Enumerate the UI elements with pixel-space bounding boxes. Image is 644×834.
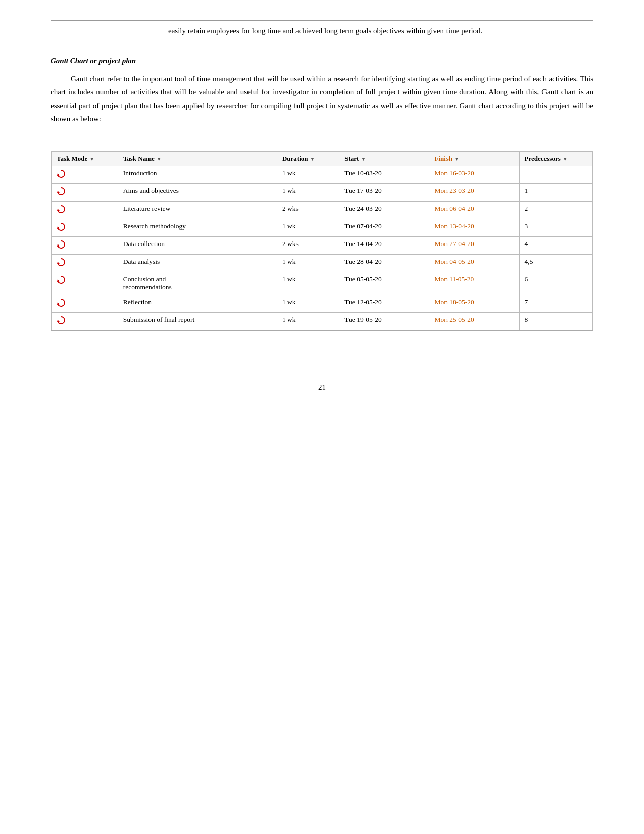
gantt-cell-name: Research methodology bbox=[118, 219, 277, 237]
gantt-row: Aims and objectives1 wkTue 17-03-20Mon 2… bbox=[52, 184, 593, 202]
task-mode-icon bbox=[57, 275, 66, 286]
svg-marker-7 bbox=[57, 302, 60, 305]
gantt-row: Research methodology1 wkTue 07-04-20Mon … bbox=[52, 219, 593, 237]
gantt-cell-start: Tue 07-04-20 bbox=[339, 219, 429, 237]
gantt-cell-duration: 1 wk bbox=[277, 272, 339, 295]
gantt-row: Literature review2 wksTue 24-03-20Mon 06… bbox=[52, 202, 593, 219]
task-mode-icon bbox=[57, 240, 66, 251]
gantt-cell-finish: Mon 25-05-20 bbox=[429, 313, 519, 330]
gantt-cell-finish: Mon 06-04-20 bbox=[429, 202, 519, 219]
gantt-cell-start: Tue 05-05-20 bbox=[339, 272, 429, 295]
gantt-cell-start: Tue 14-04-20 bbox=[339, 237, 429, 255]
gantt-cell-name: Reflection bbox=[118, 295, 277, 313]
gantt-cell-predecessors: 7 bbox=[519, 295, 592, 313]
dropdown-arrow-predecessors[interactable]: ▼ bbox=[563, 156, 568, 162]
gantt-cell-mode bbox=[52, 202, 118, 219]
gantt-cell-finish: Mon 27-04-20 bbox=[429, 237, 519, 255]
gantt-cell-mode bbox=[52, 255, 118, 272]
gantt-cell-finish: Mon 13-04-20 bbox=[429, 219, 519, 237]
gantt-cell-mode bbox=[52, 219, 118, 237]
task-mode-icon bbox=[57, 316, 66, 327]
gantt-cell-start: Tue 24-03-20 bbox=[339, 202, 429, 219]
gantt-header-row: Task Mode ▼ Task Name ▼ Duration ▼ bbox=[52, 152, 593, 166]
gantt-cell-duration: 1 wk bbox=[277, 184, 339, 202]
gantt-cell-predecessors: 6 bbox=[519, 272, 592, 295]
gantt-cell-predecessors: 1 bbox=[519, 184, 592, 202]
top-table-right-cell: easily retain employees for long time an… bbox=[162, 21, 593, 41]
gantt-cell-predecessors: 4 bbox=[519, 237, 592, 255]
dropdown-arrow-start[interactable]: ▼ bbox=[361, 156, 366, 162]
gantt-cell-mode bbox=[52, 184, 118, 202]
gantt-cell-duration: 1 wk bbox=[277, 313, 339, 330]
section-heading: Gantt Chart or project plan bbox=[51, 57, 593, 65]
gantt-cell-start: Tue 12-05-20 bbox=[339, 295, 429, 313]
gantt-cell-predecessors: 3 bbox=[519, 219, 592, 237]
gantt-cell-predecessors: 4,5 bbox=[519, 255, 592, 272]
dropdown-arrow-mode[interactable]: ▼ bbox=[89, 156, 94, 162]
task-mode-icon bbox=[57, 169, 66, 180]
gantt-cell-start: Tue 28-04-20 bbox=[339, 255, 429, 272]
gantt-row: Data analysis1 wkTue 28-04-20Mon 04-05-2… bbox=[52, 255, 593, 272]
gantt-row: Data collection2 wksTue 14-04-20Mon 27-0… bbox=[52, 237, 593, 255]
gantt-cell-start: Tue 17-03-20 bbox=[339, 184, 429, 202]
gantt-cell-duration: 1 wk bbox=[277, 219, 339, 237]
svg-marker-5 bbox=[57, 262, 60, 264]
gantt-cell-name: Submission of final report bbox=[118, 313, 277, 330]
gantt-chart-table: Task Mode ▼ Task Name ▼ Duration ▼ bbox=[51, 151, 593, 331]
gantt-cell-duration: 1 wk bbox=[277, 255, 339, 272]
gantt-cell-name: Introduction bbox=[118, 166, 277, 184]
gantt-cell-start: Tue 19-05-20 bbox=[339, 313, 429, 330]
page-number: 21 bbox=[51, 383, 593, 392]
gantt-cell-duration: 1 wk bbox=[277, 166, 339, 184]
gantt-cell-finish: Mon 16-03-20 bbox=[429, 166, 519, 184]
top-table: easily retain employees for long time an… bbox=[51, 20, 593, 41]
gantt-row: Submission of final report1 wkTue 19-05-… bbox=[52, 313, 593, 330]
col-header-name[interactable]: Task Name ▼ bbox=[118, 152, 277, 166]
gantt-cell-finish: Mon 11-05-20 bbox=[429, 272, 519, 295]
top-table-left-cell bbox=[51, 21, 162, 41]
svg-marker-3 bbox=[57, 226, 60, 229]
gantt-cell-finish: Mon 04-05-20 bbox=[429, 255, 519, 272]
col-header-finish[interactable]: Finish ▼ bbox=[429, 152, 519, 166]
col-header-predecessors[interactable]: Predecessors ▼ bbox=[519, 152, 592, 166]
dropdown-arrow-finish[interactable]: ▼ bbox=[454, 156, 459, 162]
svg-marker-6 bbox=[57, 279, 60, 282]
col-header-start[interactable]: Start ▼ bbox=[339, 152, 429, 166]
dropdown-arrow-name[interactable]: ▼ bbox=[157, 156, 162, 162]
gantt-cell-finish: Mon 23-03-20 bbox=[429, 184, 519, 202]
col-header-mode[interactable]: Task Mode ▼ bbox=[52, 152, 118, 166]
gantt-cell-name: Literature review bbox=[118, 202, 277, 219]
dropdown-arrow-duration[interactable]: ▼ bbox=[310, 156, 315, 162]
svg-marker-8 bbox=[57, 320, 60, 322]
col-header-duration[interactable]: Duration ▼ bbox=[277, 152, 339, 166]
gantt-cell-name: Conclusion and recommendations bbox=[118, 272, 277, 295]
gantt-cell-start: Tue 10-03-20 bbox=[339, 166, 429, 184]
gantt-cell-duration: 2 wks bbox=[277, 202, 339, 219]
gantt-cell-mode bbox=[52, 295, 118, 313]
task-mode-icon bbox=[57, 258, 66, 269]
gantt-cell-duration: 2 wks bbox=[277, 237, 339, 255]
gantt-cell-mode bbox=[52, 166, 118, 184]
gantt-cell-finish: Mon 18-05-20 bbox=[429, 295, 519, 313]
gantt-cell-name: Aims and objectives bbox=[118, 184, 277, 202]
gantt-cell-predecessors: 8 bbox=[519, 313, 592, 330]
gantt-row: Conclusion and recommendations1 wkTue 05… bbox=[52, 272, 593, 295]
gantt-row: Introduction1 wkTue 10-03-20Mon 16-03-20 bbox=[52, 166, 593, 184]
gantt-row: Reflection1 wkTue 12-05-20Mon 18-05-207 bbox=[52, 295, 593, 313]
gantt-table: Task Mode ▼ Task Name ▼ Duration ▼ bbox=[51, 151, 593, 330]
gantt-cell-mode bbox=[52, 237, 118, 255]
section-body: Gantt chart refer to the important tool … bbox=[51, 72, 593, 125]
gantt-cell-duration: 1 wk bbox=[277, 295, 339, 313]
svg-marker-1 bbox=[57, 191, 60, 193]
gantt-cell-mode bbox=[52, 313, 118, 330]
gantt-cell-mode bbox=[52, 272, 118, 295]
task-mode-icon bbox=[57, 205, 66, 216]
task-mode-icon bbox=[57, 222, 66, 233]
gantt-cell-predecessors bbox=[519, 166, 592, 184]
gantt-cell-name: Data analysis bbox=[118, 255, 277, 272]
task-mode-icon bbox=[57, 298, 66, 309]
svg-marker-2 bbox=[57, 209, 60, 211]
svg-marker-0 bbox=[57, 173, 60, 176]
task-mode-icon bbox=[57, 187, 66, 198]
gantt-cell-predecessors: 2 bbox=[519, 202, 592, 219]
